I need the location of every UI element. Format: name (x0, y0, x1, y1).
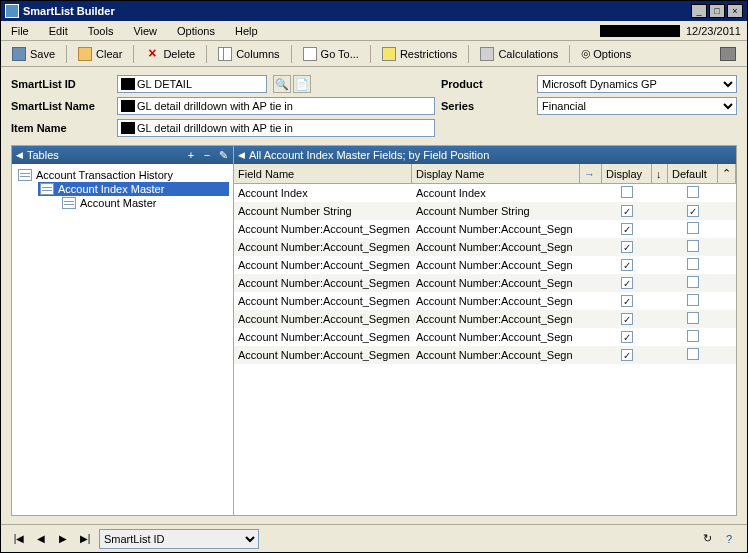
edit-table-button[interactable]: ✎ (217, 149, 229, 161)
select-series[interactable]: Financial (537, 97, 737, 115)
checkbox-default[interactable] (687, 348, 699, 360)
redacted-icon (121, 100, 135, 112)
columns-label: Columns (236, 48, 279, 60)
menu-options[interactable]: Options (167, 22, 225, 40)
print-button[interactable] (713, 44, 743, 64)
clear-button[interactable]: Clear (71, 44, 129, 64)
cell-display: ✓ (602, 330, 652, 345)
field-smartlist-name[interactable]: GL detail drilldown with AP tie in (117, 97, 435, 115)
menu-file[interactable]: File (1, 22, 39, 40)
separator (370, 45, 371, 63)
lookup-note-button[interactable]: 📄 (293, 75, 311, 93)
cell-default (668, 275, 718, 291)
refresh-button[interactable]: ↻ (699, 531, 715, 547)
grid-row[interactable]: Account Number:Account_SegmenAccount Num… (234, 256, 736, 274)
nav-last-button[interactable]: ▶| (77, 531, 93, 547)
grid-row[interactable]: Account Number StringAccount Number Stri… (234, 202, 736, 220)
cell-expand (718, 228, 736, 230)
help-button[interactable]: ? (721, 531, 737, 547)
checkbox-default[interactable] (687, 240, 699, 252)
grid-row[interactable]: Account Number:Account_SegmenAccount Num… (234, 346, 736, 364)
minimize-button[interactable]: _ (691, 4, 707, 18)
checkbox-default[interactable] (687, 330, 699, 342)
cell-display: ✓ (602, 258, 652, 273)
checkbox-display[interactable]: ✓ (621, 241, 633, 253)
grid-row[interactable]: Account Number:Account_SegmenAccount Num… (234, 328, 736, 346)
col-field-name[interactable]: Field Name (234, 164, 412, 183)
cell-default (668, 311, 718, 327)
goto-button[interactable]: Go To... (296, 44, 366, 64)
grid-body: Account IndexAccount IndexAccount Number… (234, 184, 736, 515)
checkbox-default[interactable]: ✓ (687, 205, 699, 217)
cell-display: ✓ (602, 222, 652, 237)
checkbox-display[interactable]: ✓ (621, 331, 633, 343)
col-sort[interactable]: ↓ (652, 164, 668, 183)
cell-display: ✓ (602, 240, 652, 255)
print-icon (720, 47, 736, 61)
tree-item-root[interactable]: Account Transaction History (16, 168, 229, 182)
checkbox-default[interactable] (687, 276, 699, 288)
checkbox-display[interactable]: ✓ (621, 295, 633, 307)
delete-label: Delete (163, 48, 195, 60)
lookup-search-button[interactable]: 🔍 (273, 75, 291, 93)
col-default[interactable]: Default (668, 164, 718, 183)
checkbox-default[interactable] (687, 294, 699, 306)
tree-item-child[interactable]: Account Index Master (38, 182, 229, 196)
calculations-button[interactable]: Calculations (473, 44, 565, 64)
field-smartlist-id[interactable]: GL DETAIL (117, 75, 267, 93)
cell-default (668, 185, 718, 201)
cell-expand (718, 210, 736, 212)
close-button[interactable]: × (727, 4, 743, 18)
cell-expand (718, 354, 736, 356)
nav-first-button[interactable]: |◀ (11, 531, 27, 547)
checkbox-display[interactable]: ✓ (621, 205, 633, 217)
grid-row[interactable]: Account Number:Account_SegmenAccount Num… (234, 292, 736, 310)
grid-row[interactable]: Account Number:Account_SegmenAccount Num… (234, 310, 736, 328)
cell-expand (718, 264, 736, 266)
cell-expand (718, 192, 736, 194)
cell-field-name: Account Index (234, 186, 412, 200)
checkbox-default[interactable] (687, 258, 699, 270)
remove-table-button[interactable]: − (201, 149, 213, 161)
checkbox-default[interactable] (687, 312, 699, 324)
cell-arrow (580, 192, 602, 194)
menu-edit[interactable]: Edit (39, 22, 78, 40)
tree-item-grandchild[interactable]: Account Master (60, 196, 229, 210)
grid-row[interactable]: Account Number:Account_SegmenAccount Num… (234, 274, 736, 292)
checkbox-default[interactable] (687, 222, 699, 234)
menu-view[interactable]: View (123, 22, 167, 40)
col-display-name[interactable]: Display Name (412, 164, 580, 183)
checkbox-display[interactable]: ✓ (621, 349, 633, 361)
checkbox-display[interactable] (621, 186, 633, 198)
cell-default (668, 293, 718, 309)
col-arrow[interactable]: → (580, 164, 602, 183)
radio-icon: ◎ (581, 47, 591, 60)
col-display[interactable]: Display (602, 164, 652, 183)
grid-row[interactable]: Account Number:Account_SegmenAccount Num… (234, 220, 736, 238)
fields-grid: Field Name Display Name → Display ↓ Defa… (234, 164, 736, 515)
nav-prev-button[interactable]: ◀ (33, 531, 49, 547)
footer-selector[interactable]: SmartList ID (99, 529, 259, 549)
checkbox-display[interactable]: ✓ (621, 259, 633, 271)
col-expand[interactable]: ⌃ (718, 164, 736, 183)
grid-row[interactable]: Account Number:Account_SegmenAccount Num… (234, 238, 736, 256)
checkbox-default[interactable] (687, 186, 699, 198)
maximize-button[interactable]: □ (709, 4, 725, 18)
checkbox-display[interactable]: ✓ (621, 277, 633, 289)
grid-row[interactable]: Account IndexAccount Index (234, 184, 736, 202)
field-item-name[interactable]: GL detail drilldown with AP tie in (117, 119, 435, 137)
options-button[interactable]: ◎Options (574, 44, 638, 63)
save-button[interactable]: Save (5, 44, 62, 64)
cell-display-name: Account Number:Account_Segn (412, 258, 580, 272)
add-table-button[interactable]: + (185, 149, 197, 161)
tables-panel: ◀ Tables + − ✎ Account Transaction Histo… (11, 145, 234, 516)
nav-next-button[interactable]: ▶ (55, 531, 71, 547)
checkbox-display[interactable]: ✓ (621, 313, 633, 325)
select-product[interactable]: Microsoft Dynamics GP (537, 75, 737, 93)
checkbox-display[interactable]: ✓ (621, 223, 633, 235)
delete-button[interactable]: ×Delete (138, 44, 202, 64)
restrictions-button[interactable]: Restrictions (375, 44, 464, 64)
columns-button[interactable]: Columns (211, 44, 286, 64)
menu-tools[interactable]: Tools (78, 22, 124, 40)
menu-help[interactable]: Help (225, 22, 268, 40)
